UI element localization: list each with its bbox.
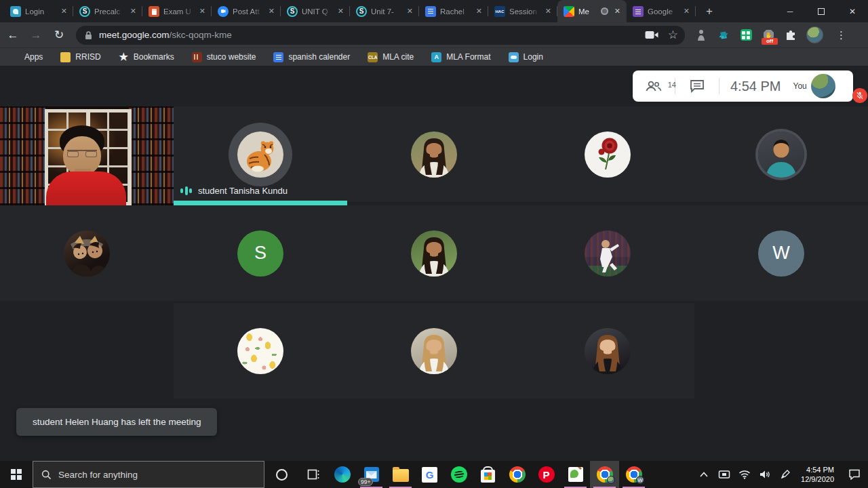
taskbar-clock[interactable]: 4:54 PM 12/9/2020 [795,465,841,484]
browser-tab-unit-7-[interactable]: SUnit 7-✕ [350,0,419,22]
forward-button[interactable]: → [26,25,46,45]
clock-time: 4:54 PM [801,465,834,474]
participant-tile[interactable] [174,303,347,399]
bookmark-stuco-website[interactable]: stuco website [192,52,256,62]
taskbar-chrome-profile-button[interactable] [590,461,619,488]
new-tab-button[interactable]: + [700,2,719,21]
self-shirt [46,171,126,205]
close-button[interactable]: ✕ [837,0,868,22]
taskbar-paint-button[interactable] [561,461,590,488]
task-view-button[interactable] [298,461,328,488]
participant-tile[interactable] [694,106,868,202]
profile-avatar[interactable] [806,26,823,43]
adblock-off-badge: off [762,38,778,45]
extensions-puzzle-icon[interactable] [784,28,797,42]
chrome-tab-strip: Login✕SPrecalc✕Exam U✕Post Att✕SUNIT Q✕S… [0,0,868,22]
tab-close-icon[interactable]: ✕ [405,6,415,16]
cortana-button[interactable] [264,461,298,488]
participant-avatar [758,131,804,178]
start-button[interactable] [0,461,33,488]
bookmark-apps[interactable]: Apps [9,52,43,62]
taskbar-search-input[interactable]: Search for anything [33,461,264,488]
you-avatar[interactable] [811,74,835,98]
active-speaker-chip: student Tanisha Kundu [180,185,288,196]
bookmark-rrisd[interactable]: RRISD [60,52,100,62]
tab-close-icon[interactable]: ✕ [197,6,208,16]
taskbar-file-explorer-button[interactable] [386,461,415,488]
tab-close-icon[interactable]: ✕ [612,6,623,16]
reload-button[interactable]: ↻ [49,25,69,45]
tab-label: Rachel [440,7,470,16]
participants-button[interactable]: 14 [633,79,675,93]
browser-tab-me[interactable]: Me✕ [557,0,627,22]
chrome-menu-icon[interactable]: ⋮ [832,29,850,41]
bookmark-mla-cite[interactable]: CLAMLA cite [368,52,414,62]
taskbar-google-button[interactable]: G [415,461,444,488]
participant-tile[interactable] [521,205,694,301]
taskbar-edge-button[interactable] [328,461,357,488]
taskbar-pinterest-button[interactable]: P [532,461,561,488]
extension-icon-2[interactable] [717,28,730,42]
participant-tile[interactable] [347,106,521,202]
bookmark-bookmarks[interactable]: ★Bookmarks [119,52,174,62]
people-icon [645,79,663,93]
chat-button[interactable] [675,79,719,93]
tab-close-icon[interactable]: ✕ [128,6,138,16]
tab-close-icon[interactable]: ✕ [267,6,277,16]
participant-tile[interactable] [347,303,521,399]
grid-view-extension-icon[interactable] [739,28,753,42]
self-video-tile[interactable] [0,106,174,205]
bookmark-login[interactable]: Login [509,52,543,62]
active-speaker-underline [174,201,347,205]
browser-tab-login[interactable]: Login✕ [4,0,73,22]
search-placeholder: Search for anything [58,470,138,480]
tab-close-icon[interactable]: ✕ [682,6,692,16]
taskbar-spotify-button[interactable] [444,461,473,488]
taskbar-mail-button[interactable]: 99+ [357,461,386,488]
participant-tile[interactable] [521,303,694,399]
tray-wifi-icon[interactable] [734,461,755,488]
participant-tile[interactable] [521,106,694,202]
address-bar[interactable]: meet.google.com/skc-qoqm-kme ☆ [76,26,685,45]
participant-avatar [585,131,631,178]
tray-volume-icon[interactable] [755,461,775,488]
participant-avatar: W [758,230,804,277]
action-center-button[interactable] [841,461,868,488]
tray-chevron-icon[interactable] [694,461,714,488]
participant-tile[interactable]: W [694,205,868,301]
browser-tab-exam-u[interactable]: Exam U✕ [142,0,212,22]
tab-close-icon[interactable]: ✕ [336,6,346,16]
tab-close-icon[interactable]: ✕ [59,6,69,16]
camera-in-use-icon[interactable] [645,30,658,39]
browser-tab-precalc[interactable]: SPrecalc✕ [73,0,142,22]
adblock-extension-icon[interactable]: ✋ off [762,28,775,42]
video-favicon [218,6,229,17]
browser-tab-rachel[interactable]: Rachel✕ [419,0,488,22]
tab-media-indicator [601,7,608,15]
bookmark-mla-format[interactable]: AMLA Format [431,52,490,62]
browser-tab-post-att[interactable]: Post Att✕ [212,0,281,22]
bookmark-spanish-calender[interactable]: spanish calender [273,52,350,62]
tab-label: Me [578,7,597,16]
tab-label: Session [509,7,539,16]
browser-tab-session[interactable]: HACSession✕ [488,0,557,22]
tray-display-icon[interactable] [714,461,734,488]
schoology-favicon: S [356,6,367,17]
tab-close-icon[interactable]: ✕ [474,6,484,16]
minimize-button[interactable]: ─ [774,0,806,22]
participant-tile[interactable] [347,205,521,301]
browser-tab-unit-q[interactable]: SUNIT Q✕ [281,0,350,22]
back-button[interactable]: ← [3,25,23,45]
extension-icon-1[interactable] [694,28,708,42]
maximize-button[interactable] [806,0,837,22]
tray-pen-icon[interactable] [775,461,795,488]
active-speaker-name: student Tanisha Kundu [198,186,288,196]
browser-tab-google[interactable]: Google✕ [627,0,696,22]
participant-tile[interactable]: S [174,205,347,301]
taskbar-chrome-button[interactable] [502,461,532,488]
participant-tile[interactable] [0,205,174,301]
taskbar-chrome-work-profile-button[interactable]: W [619,461,648,488]
tab-close-icon[interactable]: ✕ [543,6,553,16]
bookmark-star-icon[interactable]: ☆ [668,28,678,42]
taskbar-microsoft-store-button[interactable] [473,461,502,488]
